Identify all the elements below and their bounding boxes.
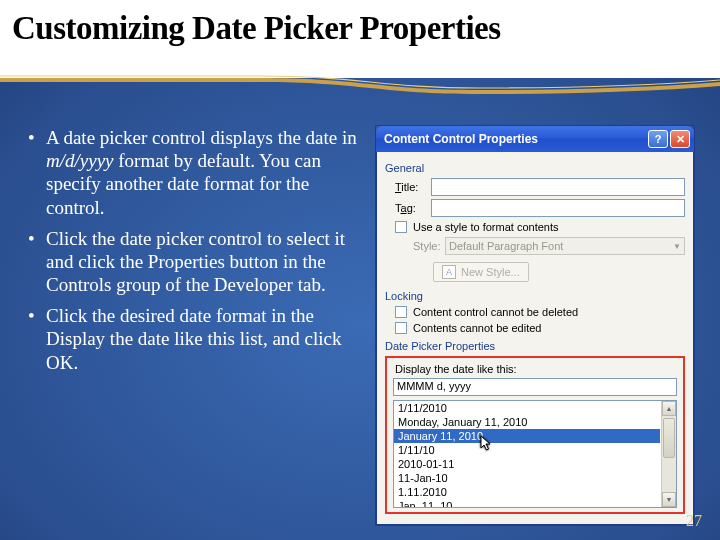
dialog-body: General Title: Tag: Use a style to forma… [376, 152, 694, 525]
date-format-option[interactable]: Jan. 11, 10 [394, 499, 660, 508]
tag-row: Tag: [395, 199, 685, 217]
section-locking: Locking [385, 290, 685, 302]
dialog-screenshot: Content Control Properties ? ✕ General T… [376, 126, 696, 525]
style-glyph-icon: A [442, 265, 456, 279]
style-label: Style: [413, 240, 445, 252]
slide: Customizing Date Picker Properties A dat… [0, 0, 720, 540]
date-format-option[interactable]: 1.11.2010 [394, 485, 660, 499]
date-picker-highlight: Display the date like this: MMMM d, yyyy… [385, 356, 685, 514]
date-format-option[interactable]: 1/11/10 [394, 443, 660, 457]
use-style-check[interactable]: Use a style to format contents [395, 221, 685, 233]
lock-edit-label: Contents cannot be edited [413, 322, 541, 334]
title-label: Title: [395, 181, 431, 193]
date-format-option[interactable]: 1/11/2010 [394, 401, 660, 415]
close-button[interactable]: ✕ [670, 130, 690, 148]
checkbox-icon [395, 322, 407, 334]
scroll-up-button[interactable]: ▲ [662, 401, 676, 416]
title-input[interactable] [431, 178, 685, 196]
checkbox-icon [395, 221, 407, 233]
scroll-thumb[interactable] [663, 418, 675, 458]
style-value: Default Paragraph Font [449, 240, 563, 252]
chevron-down-icon: ▼ [673, 242, 681, 251]
slide-title: Customizing Date Picker Properties [12, 10, 708, 47]
dialog-titlebar[interactable]: Content Control Properties ? ✕ [376, 126, 694, 152]
lock-delete-label: Content control cannot be deleted [413, 306, 578, 318]
use-style-label: Use a style to format contents [413, 221, 559, 233]
lock-delete-check[interactable]: Content control cannot be deleted [395, 306, 685, 318]
date-format-input[interactable]: MMMM d, yyyy [393, 378, 677, 396]
bullet-item: Click the desired date format in the Dis… [24, 304, 364, 374]
style-combo[interactable]: Default Paragraph Font ▼ [445, 237, 685, 255]
page-number: 27 [686, 512, 702, 530]
title-row: Title: [395, 178, 685, 196]
checkbox-icon [395, 306, 407, 318]
bullet-item: A date picker control displays the date … [24, 126, 364, 219]
scrollbar[interactable]: ▲ ▼ [661, 401, 676, 507]
date-format-option[interactable]: 2010-01-11 [394, 457, 660, 471]
new-style-button[interactable]: A New Style... [433, 262, 529, 282]
slide-body: A date picker control displays the date … [0, 78, 720, 525]
tag-input[interactable] [431, 199, 685, 217]
date-format-option[interactable]: 11-Jan-10 [394, 471, 660, 485]
help-button[interactable]: ? [648, 130, 668, 148]
section-datepicker: Date Picker Properties [385, 340, 685, 352]
new-style-label: New Style... [461, 266, 520, 278]
tag-label: Tag: [395, 202, 431, 214]
date-format-option[interactable]: Monday, January 11, 2010 [394, 415, 660, 429]
title-band: Customizing Date Picker Properties [0, 0, 720, 78]
scroll-track[interactable] [662, 416, 676, 492]
date-format-list[interactable]: 1/11/2010Monday, January 11, 2010January… [393, 400, 677, 508]
dialog-title-text: Content Control Properties [384, 132, 538, 146]
date-format-option[interactable]: January 11, 2010 [394, 429, 660, 443]
bullet-list: A date picker control displays the date … [24, 126, 364, 525]
lock-edit-check[interactable]: Contents cannot be edited [395, 322, 685, 334]
display-date-label: Display the date like this: [395, 363, 679, 375]
section-general: General [385, 162, 685, 174]
style-row: Style: Default Paragraph Font ▼ [413, 237, 685, 255]
scroll-down-button[interactable]: ▼ [662, 492, 676, 507]
bullet-item: Click the date picker control to select … [24, 227, 364, 297]
dialog-window: Content Control Properties ? ✕ General T… [376, 126, 694, 525]
